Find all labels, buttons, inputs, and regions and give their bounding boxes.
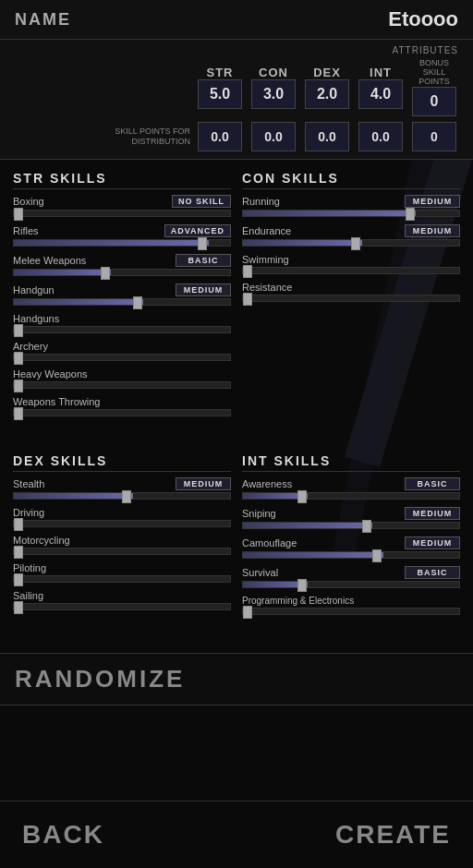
skill-camouflage: Camouflage MEDIUM <box>242 536 460 559</box>
skill-programming-slider[interactable] <box>242 608 460 615</box>
int-pts-value[interactable]: 0.0 <box>358 122 403 151</box>
skill-boxing-btn[interactable]: NO SKILL <box>172 195 231 208</box>
bonus-pts-value[interactable]: 0 <box>412 122 456 151</box>
attr-dex-value[interactable]: 2.0 <box>305 79 349 109</box>
skill-swimming: Swimming <box>242 254 460 274</box>
skill-endurance-slider[interactable] <box>242 239 460 247</box>
skill-stealth: Stealth MEDIUM <box>13 477 231 500</box>
skill-points-label: SKILL POINTS FORDISTRIBUTION <box>15 127 190 147</box>
skill-sniping-btn[interactable]: MEDIUM <box>405 507 460 520</box>
skill-handgun-slider[interactable] <box>13 298 231 306</box>
attr-str-value[interactable]: 5.0 <box>198 79 242 109</box>
skill-points-row: SKILL POINTS FORDISTRIBUTION 0.0 0.0 0.0… <box>15 122 458 151</box>
skill-driving-slider[interactable] <box>13 520 231 527</box>
skill-sniping: Sniping MEDIUM <box>242 507 460 529</box>
attributes-row: STR 5.0 CON 3.0 DEX 2.0 INT 4.0 BONUS SK… <box>15 59 458 116</box>
dex-pts-value[interactable]: 0.0 <box>305 122 349 151</box>
skill-piloting-name: Piloting <box>13 562 46 573</box>
con-pts-value[interactable]: 0.0 <box>251 122 296 151</box>
bonus-value[interactable]: 0 <box>412 87 456 116</box>
skill-heavy-weapons-slider[interactable] <box>13 381 231 389</box>
randomize-button[interactable]: RANDOMIZE <box>15 665 458 693</box>
str-pts: 0.0 <box>196 122 244 151</box>
skill-awareness: Awareness BASIC <box>242 477 460 500</box>
skill-archery-slider[interactable] <box>13 354 231 361</box>
bonus-pts: 0 <box>410 122 458 151</box>
skill-programming-name: Programming & Electronics <box>242 596 354 606</box>
skill-handgun-btn[interactable]: MEDIUM <box>176 283 231 296</box>
skill-camouflage-slider[interactable] <box>242 551 460 559</box>
skill-piloting-slider[interactable] <box>13 575 231 583</box>
attributes-label: ATTRIBUTES <box>15 45 458 55</box>
attr-con: CON 3.0 <box>249 66 297 109</box>
back-button[interactable]: BACK <box>22 820 104 850</box>
bonus-label: BONUS SKILLPOINTS <box>410 59 458 87</box>
dex-skills-title: DEX SKILLS <box>13 453 231 472</box>
attr-dex-name: DEX <box>313 66 341 79</box>
attr-con-name: CON <box>259 66 288 79</box>
skill-running-slider[interactable] <box>242 210 460 217</box>
skill-rifles: Rifles ADVANCED <box>13 224 231 247</box>
skill-piloting: Piloting <box>13 562 231 583</box>
skill-swimming-slider[interactable] <box>242 267 460 274</box>
skill-boxing-slider[interactable] <box>13 210 231 217</box>
skill-resistance: Resistance <box>242 282 460 302</box>
attr-con-value[interactable]: 3.0 <box>251 79 296 109</box>
con-pts: 0.0 <box>249 122 297 151</box>
skill-stealth-btn[interactable]: MEDIUM <box>176 477 231 490</box>
skill-survival-btn[interactable]: BASIC <box>405 566 460 579</box>
randomize-section: RANDOMIZE <box>0 653 473 705</box>
skill-archery: Archery <box>13 341 231 361</box>
skill-survival-slider[interactable] <box>242 581 460 588</box>
skill-handgun: Handgun MEDIUM <box>13 283 231 306</box>
skill-handguns: Handguns <box>13 313 231 333</box>
str-pts-value[interactable]: 0.0 <box>198 122 242 151</box>
skill-melee-slider[interactable] <box>13 269 231 276</box>
skill-survival-name: Survival <box>242 567 278 578</box>
attributes-section: ATTRIBUTES STR 5.0 CON 3.0 DEX 2.0 INT 4… <box>0 40 473 160</box>
skill-stealth-name: Stealth <box>13 478 44 489</box>
skill-sniping-slider[interactable] <box>242 522 460 529</box>
skill-stealth-slider[interactable] <box>13 492 231 500</box>
skills-section: STR SKILLS Boxing NO SKILL Rifles ADVANC… <box>0 160 473 649</box>
skill-driving: Driving <box>13 507 231 527</box>
skill-archery-name: Archery <box>13 341 48 352</box>
skill-weapons-throwing-slider[interactable] <box>13 409 231 416</box>
skill-driving-name: Driving <box>13 507 44 518</box>
skill-sailing: Sailing <box>13 590 231 610</box>
attr-str-name: STR <box>207 66 234 79</box>
footer: BACK CREATE <box>0 801 473 868</box>
skill-resistance-slider[interactable] <box>242 295 460 302</box>
skill-melee-name: Melee Weapons <box>13 255 86 266</box>
skill-motorcycling-slider[interactable] <box>13 548 231 555</box>
skill-running-btn[interactable]: MEDIUM <box>405 195 460 208</box>
attr-dex: DEX 2.0 <box>303 66 351 109</box>
skill-running-name: Running <box>242 196 280 207</box>
con-skills-title: CON SKILLS <box>242 171 460 189</box>
skill-heavy-weapons: Heavy Weapons <box>13 368 231 389</box>
skill-swimming-name: Swimming <box>242 254 289 265</box>
skill-survival: Survival BASIC <box>242 566 460 588</box>
skill-melee-btn[interactable]: BASIC <box>176 254 231 267</box>
attr-int-name: INT <box>370 66 392 79</box>
header: NAME Etoooo <box>0 0 473 40</box>
skill-awareness-btn[interactable]: BASIC <box>405 477 460 490</box>
skill-sailing-slider[interactable] <box>13 603 231 610</box>
str-skills-title: STR SKILLS <box>13 171 231 189</box>
skill-awareness-slider[interactable] <box>242 492 460 500</box>
character-name: Etoooo <box>388 7 458 31</box>
skill-endurance-btn[interactable]: MEDIUM <box>405 224 460 237</box>
skill-handgun-name: Handgun <box>13 284 55 295</box>
attr-int-value[interactable]: 4.0 <box>358 79 403 109</box>
int-pts: 0.0 <box>357 122 405 151</box>
skill-rifles-slider[interactable] <box>13 239 231 247</box>
skill-awareness-name: Awareness <box>242 478 292 489</box>
con-skills-group: CON SKILLS Running MEDIUM Endurance MEDI… <box>236 167 466 451</box>
skill-heavy-weapons-name: Heavy Weapons <box>13 368 88 380</box>
skill-motorcycling-name: Motorcycling <box>13 535 70 546</box>
skill-handguns-slider[interactable] <box>13 326 231 333</box>
skill-camouflage-btn[interactable]: MEDIUM <box>405 536 460 549</box>
create-button[interactable]: CREATE <box>335 820 451 850</box>
skill-rifles-btn[interactable]: ADVANCED <box>164 224 231 237</box>
int-skills-title: INT SKILLS <box>242 453 460 472</box>
